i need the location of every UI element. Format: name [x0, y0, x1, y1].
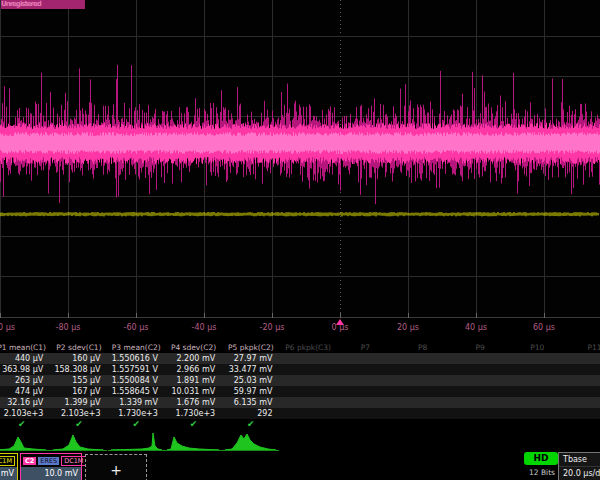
measure-column-P7: P7 [337, 342, 394, 430]
measure-value-P8-r2 [394, 364, 451, 375]
measure-column-P5: P5 pkpk(C2)27.97 mV33.477 mV25.03 mV59.9… [222, 342, 279, 430]
watermark: Unregistered [1, 0, 85, 9]
measure-value-P1-r1: 440 µV [0, 353, 50, 364]
measure-value-P9-r3 [451, 375, 508, 386]
measure-column-P11: P11 [566, 342, 600, 430]
measure-status-P10 [509, 419, 566, 430]
measure-value-P4-r2: 2.966 mV [165, 364, 222, 375]
channel-descriptor-c2[interactable]: C2 ERES DC1M 10.0 mV [20, 453, 82, 480]
measure-header-P6[interactable]: P6 pkpk(C3) [279, 342, 336, 353]
time-tick-label: 60 µs [533, 323, 555, 332]
measure-value-P1-r5: 32.16 µV [0, 397, 50, 408]
measure-header-P5[interactable]: P5 pkpk(C2) [222, 342, 279, 353]
waveform-traces [0, 0, 600, 318]
measure-value-P6-r2 [279, 364, 336, 375]
measure-status-P8 [394, 419, 451, 430]
measure-value-P8-r4 [394, 386, 451, 397]
time-tick-label: -20 µs [260, 323, 285, 332]
measure-value-P10-r1 [509, 353, 566, 364]
measure-value-P11-r5 [566, 397, 600, 408]
measure-status-P7 [337, 419, 394, 430]
measure-value-P6-r3 [279, 375, 336, 386]
measure-value-P3-r6: 1.730e+3 [108, 408, 165, 419]
channel-descriptor-c1[interactable]: DC1M 10.0 mV [0, 453, 18, 480]
histicon-P1 [0, 430, 50, 453]
time-axis: -100 µs-80 µs-60 µs-40 µs-20 µs0 µs20 µs… [0, 318, 600, 340]
measure-value-P3-r4: 1.558645 V [108, 386, 165, 397]
measure-value-P5-r5: 6.135 mV [222, 397, 279, 408]
measure-header-P4[interactable]: P4 sdev(C2) [165, 342, 222, 353]
measure-value-P2-r3: 155 µV [50, 375, 107, 386]
measure-value-P7-r3 [337, 375, 394, 386]
measure-value-P9-r1 [451, 353, 508, 364]
measure-status-P3: ✔ [108, 419, 165, 430]
measure-value-P2-r6: 2.103e+3 [50, 408, 107, 419]
measure-value-P3-r1: 1.550616 V [108, 353, 165, 364]
measure-value-P9-r6 [451, 408, 508, 419]
c2-coupling-badge: DC1M [61, 456, 86, 466]
measure-value-P11-r2 [566, 364, 600, 375]
c2-label: C2 [23, 457, 36, 465]
measure-value-P4-r1: 2.200 mV [165, 353, 222, 364]
measure-value-P9-r4 [451, 386, 508, 397]
measure-value-P6-r4 [279, 386, 336, 397]
measure-header-P8[interactable]: P8 [394, 342, 451, 353]
measure-value-P11-r4 [566, 386, 600, 397]
measure-value-P1-r6: 2.103e+3 [0, 408, 50, 419]
measure-column-P10: P10 [509, 342, 566, 430]
measure-column-P8: P8 [394, 342, 451, 430]
measure-column-P9: P9 [451, 342, 508, 430]
measure-value-P8-r1 [394, 353, 451, 364]
timebase-scale-value: 20.0 µs/div [559, 467, 600, 480]
measure-value-P10-r2 [509, 364, 566, 375]
timebase-label: Tbase [559, 453, 600, 467]
c2-scale-value: 10.0 mV [21, 467, 81, 480]
measure-value-P3-r5: 1.339 mV [108, 397, 165, 408]
measure-value-P9-r5 [451, 397, 508, 408]
measure-header-P10[interactable]: P10 [509, 342, 566, 353]
measure-value-P6-r1 [279, 353, 336, 364]
measure-value-P5-r6: 292 [222, 408, 279, 419]
measure-status-P2: ✔ [50, 419, 107, 430]
measure-value-P5-r1: 27.97 mV [222, 353, 279, 364]
measure-value-P7-r2 [337, 364, 394, 375]
measure-value-P1-r3: 263 µV [0, 375, 50, 386]
measure-header-P2[interactable]: P2 sdev(C1) [50, 342, 107, 353]
measure-column-P3: P3 mean(C2)1.550616 V1.557591 V1.550084 … [108, 342, 165, 430]
measure-value-P4-r5: 1.676 mV [165, 397, 222, 408]
hd-mode-badge[interactable]: HD [524, 452, 558, 465]
measure-column-P4: P4 sdev(C2)2.200 mV2.966 mV1.891 mV10.03… [165, 342, 222, 430]
measure-header-P3[interactable]: P3 mean(C2) [108, 342, 165, 353]
trigger-time-marker[interactable] [336, 319, 344, 325]
time-tick-label: -100 µs [0, 323, 15, 332]
measure-value-P9-r2 [451, 364, 508, 375]
measure-value-P3-r3: 1.550084 V [108, 375, 165, 386]
add-trace-button[interactable]: + [85, 454, 147, 480]
measure-header-P11[interactable]: P11 [566, 342, 600, 353]
measure-value-P2-r1: 160 µV [50, 353, 107, 364]
time-tick-label: -80 µs [56, 323, 81, 332]
histicon-row [0, 430, 600, 453]
measure-status-P9 [451, 419, 508, 430]
measure-header-P9[interactable]: P9 [451, 342, 508, 353]
c2-eres-badge: ERES [38, 457, 59, 465]
measure-value-P8-r5 [394, 397, 451, 408]
measurement-table: P1 mean(C1)440 µV363.98 µV263 µV474 µV32… [0, 342, 600, 430]
waveform-display[interactable]: Unregistered [0, 0, 600, 318]
measure-status-P5: ✔ [222, 419, 279, 430]
measure-header-P1[interactable]: P1 mean(C1) [0, 342, 50, 353]
measure-header-P7[interactable]: P7 [337, 342, 394, 353]
time-tick-label: -60 µs [124, 323, 149, 332]
time-tick-label: -40 µs [192, 323, 217, 332]
measure-value-P1-r2: 363.98 µV [0, 364, 50, 375]
measure-value-P4-r6: 1.730e+3 [165, 408, 222, 419]
histicon-P4 [165, 430, 222, 453]
measure-value-P5-r4: 59.97 mV [222, 386, 279, 397]
timebase-descriptor[interactable]: Tbase 20.0 µs/div [558, 452, 600, 480]
time-tick-label: 40 µs [465, 323, 487, 332]
histicon-P5 [222, 430, 279, 453]
measure-column-P6: P6 pkpk(C3) [279, 342, 336, 430]
resolution-bits-label: 12 Bits [522, 468, 562, 477]
measure-value-P4-r4: 10.031 mV [165, 386, 222, 397]
measure-value-P1-r4: 474 µV [0, 386, 50, 397]
